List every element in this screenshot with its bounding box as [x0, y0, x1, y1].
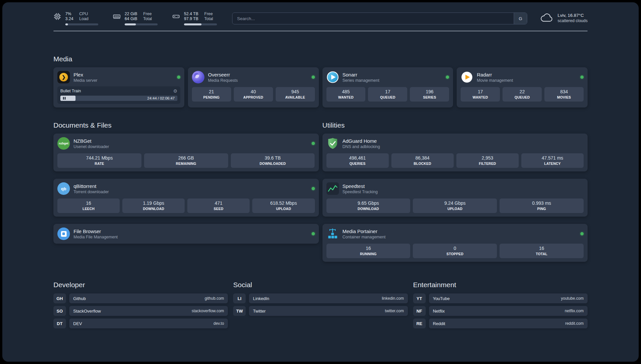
section-title-documents: Documents & Files: [53, 121, 319, 129]
stat-upload: 618.52 Mbps UPLOAD: [252, 198, 315, 213]
search-input[interactable]: [232, 13, 514, 24]
stat-running: 16 RUNNING: [326, 244, 411, 258]
overseerr-icon: [192, 71, 204, 83]
status-dot-online: [312, 142, 315, 145]
service-desc: Container management: [343, 234, 386, 240]
cpu-widget: 7% 3.24 CPU Load: [53, 12, 98, 25]
plex-icon: ❯: [57, 71, 70, 83]
service-desc: Movie management: [477, 78, 513, 83]
section-title-social: Social: [233, 281, 408, 289]
service-name: Sonarr: [343, 72, 380, 78]
weather-condition: scattered clouds: [558, 18, 588, 23]
sonarr-icon: [326, 71, 339, 83]
bookmark-group-entertainment: Entertainment YT YouTube youtube.com NF …: [413, 281, 588, 328]
section-title-developer: Developer: [53, 281, 228, 289]
service-qbittorrent[interactable]: qb qBittorrent Torrent downloader: [57, 182, 315, 195]
bookmark-dev: DT DEV dev.to: [53, 318, 228, 328]
stat-stopped: 0 STOPPED: [413, 244, 497, 258]
service-name: Plex: [74, 72, 97, 78]
pause-button[interactable]: [60, 96, 76, 101]
service-name: Speedtest: [343, 183, 378, 189]
stat-approved: 40 APPROVED: [234, 87, 273, 102]
card-sonarr: Sonarr Series management 485 WANTED 17 Q…: [322, 67, 453, 107]
radarr-icon: [461, 71, 473, 83]
service-desc: DNS and adblocking: [343, 144, 380, 149]
card-plex: ❯ Plex Media server Bullet Train ⚙: [53, 67, 184, 107]
stat-movies: 834 MOVIES: [544, 87, 584, 102]
gear-icon[interactable]: ⚙: [173, 89, 177, 93]
stat-queued: 17 QUEUED: [368, 87, 407, 102]
bookmark-youtube: YT YouTube youtube.com: [413, 293, 588, 303]
service-desc: Speedtest Tracking: [343, 189, 378, 195]
service-overseerr[interactable]: Overseerr Media Requests: [192, 71, 315, 83]
service-radarr[interactable]: Radarr Movie management: [461, 71, 584, 83]
adguard-shield-icon: [326, 137, 339, 150]
disk-free-label: Free: [204, 12, 213, 16]
memory-icon: [113, 13, 121, 20]
service-name: qBittorrent: [74, 183, 109, 189]
playback-progress-bar: 24:44 / 02:06:47: [60, 96, 177, 101]
service-desc: Media File Management: [74, 234, 118, 240]
bookmark-netflix: NF Netflix netflix.com: [413, 306, 588, 316]
stat-download: 1.19 Gbps DOWNLOAD: [122, 198, 185, 213]
disk-total-value: 97.9 TB: [184, 16, 198, 21]
card-nzbget: nzbget NZBGet Usenet downloader 744.21 M…: [53, 134, 319, 171]
media-grid: ❯ Plex Media server Bullet Train ⚙: [53, 67, 588, 107]
stat-available: 945 AVAILABLE: [276, 87, 315, 102]
memory-total-label: Total: [143, 16, 152, 21]
service-sonarr[interactable]: Sonarr Series management: [326, 71, 449, 83]
stat-upload: 9.24 Gbps UPLOAD: [413, 198, 497, 213]
disk-widget: 52.4 TB 97.9 TB Free Total: [172, 12, 217, 25]
playback-time: 24:44 / 02:06:47: [147, 96, 175, 100]
service-desc: Series management: [343, 78, 380, 83]
service-desc: Media Requests: [208, 78, 238, 83]
section-title-utilities: Utilities: [322, 121, 588, 129]
cpu-progress-bar: [65, 23, 98, 25]
search-provider-button[interactable]: G: [514, 13, 527, 24]
status-dot-online: [312, 187, 315, 190]
system-resources: 7% 3.24 CPU Load: [53, 12, 217, 25]
status-dot-online: [580, 76, 584, 79]
section-title-entertainment: Entertainment: [413, 281, 588, 289]
memory-free-label: Free: [143, 12, 152, 16]
service-adguard[interactable]: AdGuard Home DNS and adblocking: [326, 137, 584, 150]
stat-total: 16 TOTAL: [500, 244, 584, 258]
disk-total-label: Total: [204, 16, 213, 21]
service-name: AdGuard Home: [343, 138, 380, 144]
top-bar: 7% 3.24 CPU Load: [53, 2, 588, 25]
bookmark-linkedin: LI LinkedIn linkedin.com: [233, 293, 408, 303]
stat-rate: 744.21 Mbps RATE: [57, 153, 141, 168]
disk-free-value: 52.4 TB: [184, 12, 198, 16]
memory-widget: 22 GiB 64 GiB Free Total: [113, 12, 158, 25]
stat-download: 9.65 Gbps DOWNLOAD: [326, 198, 411, 213]
bookmark-github: GH Github github.com: [53, 293, 228, 303]
service-speedtest[interactable]: Speedtest Speedtest Tracking: [326, 182, 584, 195]
card-portainer: Media Portainer Container management 16 …: [322, 224, 588, 262]
service-portainer[interactable]: Media Portainer Container management: [326, 228, 584, 240]
status-dot-online: [312, 232, 315, 235]
service-name: Overseerr: [208, 72, 238, 78]
stat-series: 196 SERIES: [410, 87, 449, 102]
filebrowser-icon: [57, 228, 70, 240]
disk-icon: [172, 13, 180, 20]
service-name: File Browser: [74, 228, 118, 234]
card-qbittorrent: qb qBittorrent Torrent downloader 16 LEE…: [53, 179, 319, 217]
service-desc: Usenet downloader: [74, 144, 109, 149]
bookmark-twitter: TW Twitter twitter.com: [233, 306, 408, 316]
service-filebrowser[interactable]: File Browser Media File Management: [57, 228, 315, 240]
service-plex[interactable]: ❯ Plex Media server: [57, 71, 180, 83]
service-name: Radarr: [477, 72, 513, 78]
memory-free-value: 22 GiB: [125, 12, 137, 16]
speedtest-graph-icon: [326, 182, 339, 195]
status-dot-online: [580, 232, 584, 235]
service-nzbget[interactable]: nzbget NZBGet Usenet downloader: [57, 137, 315, 150]
bookmark-group-developer: Developer GH Github github.com SO StackO…: [53, 281, 228, 328]
search-bar: G: [232, 13, 527, 24]
weather-location: Lviv, 16.87°C: [558, 13, 588, 18]
stat-wanted: 485 WANTED: [326, 87, 366, 102]
bookmark-reddit: RE Reddit reddit.com: [413, 318, 588, 328]
card-filebrowser: File Browser Media File Management: [53, 224, 319, 244]
stat-wanted: 17 WANTED: [461, 87, 500, 102]
cpu-chip-icon: [53, 13, 61, 20]
stat-queued: 22 QUEUED: [503, 87, 542, 102]
